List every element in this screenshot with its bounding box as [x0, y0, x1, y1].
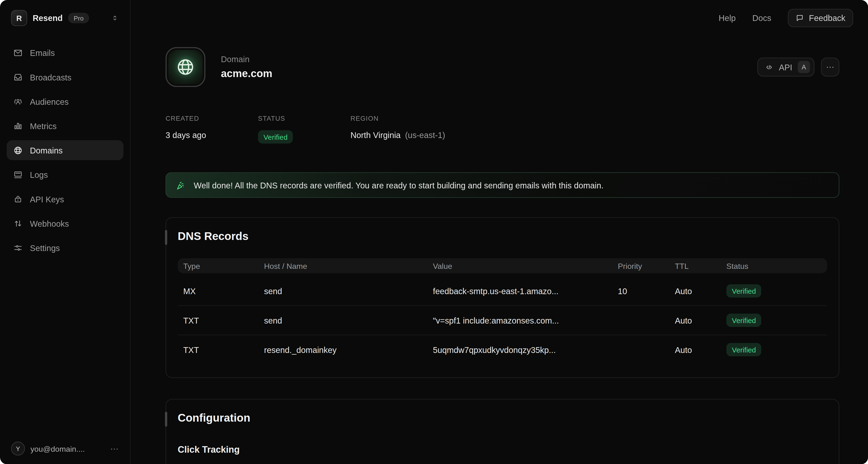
party-popper-icon	[176, 180, 186, 190]
meta-status: STATUS Verified	[258, 115, 350, 144]
inbox-icon	[13, 72, 23, 82]
users-icon	[13, 96, 23, 106]
resend-logo: R	[11, 10, 27, 26]
col-ttl: TTL	[675, 261, 726, 270]
cell-priority: 10	[618, 286, 675, 296]
top-bar: Help Docs Feedback	[131, 0, 868, 35]
cell-ttl: Auto	[675, 286, 726, 296]
cell-type: MX	[183, 286, 264, 296]
table-row[interactable]: TXT send "v=spf1 include:amazonses.com..…	[178, 306, 827, 335]
configuration-card: Configuration Click Tracking	[165, 399, 839, 464]
region-code: (us-east-1)	[405, 130, 445, 140]
meta-region: REGION North Virginia (us-east-1)	[350, 115, 445, 144]
col-type: Type	[183, 261, 264, 270]
workspace-switcher[interactable]: R Resend Pro	[7, 8, 123, 26]
col-value: Value	[433, 261, 618, 270]
region-value: North Virginia	[350, 130, 401, 140]
cell-ttl: Auto	[675, 316, 726, 325]
created-value: 3 days ago	[165, 130, 258, 140]
col-priority: Priority	[618, 261, 675, 270]
card-accent-notch	[165, 230, 167, 245]
more-options-button[interactable]: ⋯	[821, 58, 839, 76]
sidebar-item-webhooks[interactable]: Webhooks	[7, 213, 123, 233]
main-area: Help Docs Feedback Domain acme.com	[131, 0, 868, 464]
arrows-up-down-icon	[13, 219, 23, 228]
sidebar-item-logs[interactable]: Logs	[7, 165, 123, 184]
ellipsis-icon: ⋯	[826, 62, 835, 72]
lock-icon	[13, 194, 23, 204]
card-accent-notch	[165, 412, 167, 427]
scaled-viewport: R Resend Pro Emails Broadcasts Audiences	[0, 0, 868, 464]
sidebar-item-emails[interactable]: Emails	[7, 42, 123, 63]
table-row[interactable]: TXT resend._domainkey 5uqmdw7qpxudkyvdon…	[178, 335, 827, 364]
cell-host: send	[264, 316, 433, 325]
banner-message: Well done! All the DNS records are verif…	[194, 180, 603, 190]
entity-label: Domain	[221, 54, 273, 64]
brand-name: Resend	[33, 13, 63, 23]
meta-created: CREATED 3 days ago	[165, 115, 258, 144]
sidebar-item-settings[interactable]: Settings	[7, 238, 123, 258]
cell-value: 5uqmdw7qpxudkyvdonqzy35kp...	[433, 345, 618, 354]
globe-icon	[13, 146, 23, 155]
status-label: STATUS	[258, 115, 350, 122]
chevron-up-down-icon[interactable]	[111, 14, 119, 22]
col-status: Status	[726, 261, 822, 270]
globe-icon	[176, 58, 195, 76]
table-body: MX send feedback-smtp.us-east-1.amazo...…	[178, 277, 827, 364]
dns-records-card: DNS Records Type Host / Name Value Prior…	[165, 217, 839, 378]
status-badge: Verified	[258, 130, 293, 144]
speech-bubble-icon	[796, 13, 804, 22]
domain-avatar	[165, 47, 206, 87]
table-header: Type Host / Name Value Priority TTL Stat…	[178, 258, 827, 273]
user-menu-ellipsis-icon[interactable]: ⋯	[110, 443, 119, 454]
logs-icon	[13, 170, 23, 179]
docs-link[interactable]: Docs	[752, 13, 772, 22]
region-label: REGION	[350, 115, 445, 122]
keyboard-shortcut-badge: A	[798, 61, 810, 73]
sidebar-item-metrics[interactable]: Metrics	[7, 116, 123, 136]
mail-icon	[13, 48, 23, 57]
page-title: acme.com	[221, 68, 273, 80]
user-email: you@domain....	[31, 444, 85, 453]
feedback-button[interactable]: Feedback	[788, 9, 853, 27]
sliders-icon	[13, 243, 23, 253]
bar-chart-icon	[13, 121, 23, 130]
configuration-title: Configuration	[178, 412, 827, 425]
dns-records-title: DNS Records	[178, 230, 827, 243]
help-link[interactable]: Help	[719, 13, 736, 22]
cell-value: feedback-smtp.us-east-1.amazo...	[433, 286, 618, 296]
sidebar-item-broadcasts[interactable]: Broadcasts	[7, 67, 123, 87]
sidebar-item-domains[interactable]: Domains	[7, 140, 123, 160]
code-icon	[765, 63, 773, 71]
domain-titles: Domain acme.com	[221, 54, 273, 80]
cell-value: "v=spf1 include:amazonses.com...	[433, 316, 618, 325]
sidebar: R Resend Pro Emails Broadcasts Audiences	[0, 0, 131, 464]
api-button[interactable]: API A	[757, 58, 814, 76]
click-tracking-label: Click Tracking	[178, 444, 827, 455]
domain-header: Domain acme.com API A ⋯	[165, 47, 839, 87]
app-window: R Resend Pro Emails Broadcasts Audiences	[0, 0, 868, 464]
table-row[interactable]: MX send feedback-smtp.us-east-1.amazo...…	[178, 277, 827, 306]
cell-host: resend._domainkey	[264, 345, 433, 354]
created-label: CREATED	[165, 115, 258, 122]
domain-meta: CREATED 3 days ago STATUS Verified REGIO…	[165, 115, 839, 144]
sidebar-item-api-keys[interactable]: API Keys	[7, 189, 123, 209]
domain-page: Domain acme.com API A ⋯ CREATED	[131, 0, 868, 464]
avatar: Y	[11, 442, 25, 456]
cell-host: send	[264, 286, 433, 296]
user-menu[interactable]: Y you@domain.... ⋯	[7, 442, 123, 456]
status-badge: Verified	[726, 343, 762, 356]
cell-ttl: Auto	[675, 345, 726, 354]
status-badge: Verified	[726, 284, 762, 297]
cell-type: TXT	[183, 345, 264, 354]
cell-type: TXT	[183, 316, 264, 325]
plan-badge: Pro	[68, 13, 89, 23]
dns-records-table: Type Host / Name Value Priority TTL Stat…	[178, 258, 827, 364]
sidebar-nav: Emails Broadcasts Audiences Metrics Doma…	[7, 42, 123, 258]
sidebar-item-audiences[interactable]: Audiences	[7, 91, 123, 112]
col-host: Host / Name	[264, 261, 433, 270]
header-actions: API A ⋯	[757, 58, 839, 76]
success-banner: Well done! All the DNS records are verif…	[165, 172, 839, 198]
status-badge: Verified	[726, 314, 762, 327]
